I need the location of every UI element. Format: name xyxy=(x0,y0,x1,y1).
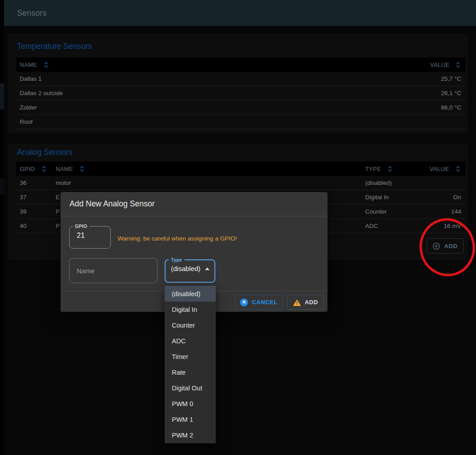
gpio-warning-text: Warning: be careful when assigning a GPI… xyxy=(118,235,237,242)
name-field[interactable] xyxy=(69,258,157,283)
cancel-button[interactable]: ✕ CANCEL xyxy=(235,295,283,310)
dropdown-option[interactable]: Digital In xyxy=(165,302,216,317)
dropdown-option[interactable]: Counter xyxy=(165,317,216,333)
type-select-value: (disabled) xyxy=(171,265,201,272)
gpio-field-label: GPIO xyxy=(73,223,89,229)
dropdown-option[interactable]: Rate xyxy=(165,364,216,380)
cancel-x-circle-icon: ✕ xyxy=(240,298,248,306)
dropdown-option[interactable]: PWM 1 xyxy=(165,412,216,428)
dropdown-option[interactable]: Digital Out xyxy=(165,381,216,396)
name-input[interactable] xyxy=(70,267,146,275)
type-select-value-row[interactable]: (disabled) xyxy=(166,262,214,272)
dialog-title: Add New Analog Sensor xyxy=(70,199,155,209)
dropdown-option[interactable]: PWM 0 xyxy=(165,396,216,412)
dropdown-option[interactable]: Timer xyxy=(165,349,216,364)
type-select-label: Type xyxy=(169,257,184,262)
app-root: Sensors Temperature Sensors NAME VALUE xyxy=(0,0,476,455)
dialog-add-button[interactable]: ADD xyxy=(287,295,324,310)
dropdown-option[interactable]: (disabled) xyxy=(165,286,216,302)
type-select[interactable]: Type (disabled) xyxy=(165,257,215,283)
type-dropdown-menu: (disabled) Digital In Counter ADC Timer … xyxy=(165,286,216,443)
warning-triangle-icon xyxy=(293,299,301,306)
dialog-header: Add New Analog Sensor xyxy=(61,192,328,216)
chevron-up-icon xyxy=(205,267,210,270)
dropdown-option[interactable]: ADC xyxy=(165,333,216,349)
gpio-field[interactable]: GPIO xyxy=(69,223,111,249)
dropdown-option[interactable]: PWM 2 xyxy=(165,428,216,443)
gpio-input[interactable] xyxy=(70,229,94,240)
